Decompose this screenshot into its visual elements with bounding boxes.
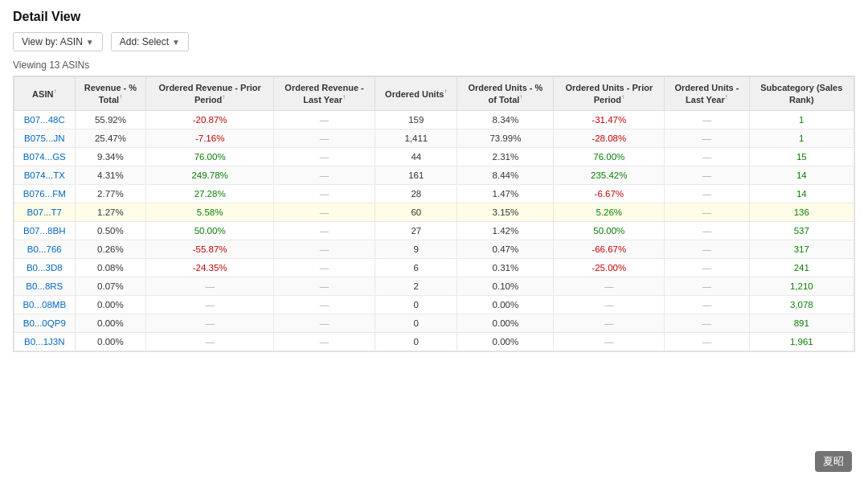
col-header-ordered-rev-prior[interactable]: Ordered Revenue - PriorPeriod↑ [146, 77, 274, 111]
cell-units-pct-total: 1.47% [457, 185, 554, 203]
col-header-asin[interactable]: ASIN↑ [14, 77, 76, 111]
cell-asin[interactable]: B074...GS [14, 148, 76, 166]
cell-revenue-pct: 9.34% [75, 148, 146, 166]
add-select-dropdown[interactable]: Add: Select ▼ [111, 32, 189, 51]
cell-asin[interactable]: B0...8RS [14, 277, 76, 296]
cell-units-lastyear: — [665, 148, 749, 166]
cell-asin[interactable]: B076...FM [14, 185, 76, 203]
toolbar: View by: ASIN ▼ Add: Select ▼ [13, 32, 855, 51]
cell-ordered-units: 28 [375, 185, 457, 203]
col-header-units-prior[interactable]: Ordered Units - PriorPeriod↑ [554, 77, 665, 111]
cell-units-prior: -66.67% [554, 240, 665, 259]
asin-link[interactable]: B0...0QP9 [23, 318, 66, 328]
cell-ordered-rev-prior: -24.35% [146, 259, 274, 277]
cell-ordered-units: 0 [375, 314, 457, 333]
asin-link[interactable]: B076...FM [23, 189, 66, 199]
cell-subcategory-rank: 1 [749, 129, 854, 148]
cell-ordered-rev-prior: — [146, 277, 274, 296]
cell-units-pct-total: 8.34% [457, 111, 554, 129]
cell-ordered-rev-prior: 76.00% [146, 148, 274, 166]
cell-units-lastyear: — [665, 185, 749, 203]
table-row: B0...766 0.26% -55.87% — 9 0.47% -66.67%… [14, 240, 854, 259]
cell-revenue-pct: 0.50% [75, 222, 146, 240]
col-header-units-pct-total[interactable]: Ordered Units - %of Total↑ [457, 77, 554, 111]
cell-ordered-units: 9 [375, 240, 457, 259]
cell-asin[interactable]: B07...48C [14, 111, 76, 129]
asin-link[interactable]: B0...8RS [26, 281, 63, 291]
cell-ordered-units: 159 [375, 111, 457, 129]
col-header-ordered-units[interactable]: Ordered Units↑ [375, 77, 457, 111]
view-by-label: View by: ASIN [22, 36, 83, 47]
cell-subcategory-rank: 1 [749, 111, 854, 129]
table-row: B07...48C 55.92% -20.87% — 159 8.34% -31… [14, 111, 854, 129]
cell-units-lastyear: — [665, 111, 749, 129]
cell-ordered-units: 0 [375, 296, 457, 314]
cell-ordered-rev-prior: 50.00% [146, 222, 274, 240]
table-row: B07...8BH 0.50% 50.00% — 27 1.42% 50.00%… [14, 222, 854, 240]
cell-revenue-pct: 0.00% [75, 296, 146, 314]
cell-asin[interactable]: B07...8BH [14, 222, 76, 240]
cell-asin[interactable]: B0...0QP9 [14, 314, 76, 333]
cell-asin[interactable]: B0...3D8 [14, 259, 76, 277]
cell-ordered-rev-prior: — [146, 333, 274, 351]
cell-ordered-rev-lastyear: — [273, 111, 375, 129]
cell-asin[interactable]: B075...JN [14, 129, 76, 148]
asin-link[interactable]: B0...3D8 [27, 263, 63, 273]
cell-units-prior: 235.42% [554, 166, 665, 185]
cell-revenue-pct: 0.00% [75, 333, 146, 351]
cell-units-pct-total: 0.47% [457, 240, 554, 259]
cell-subcategory-rank: 15 [749, 148, 854, 166]
cell-ordered-rev-lastyear: — [273, 129, 375, 148]
cell-asin[interactable]: B07...T7 [14, 203, 76, 222]
asin-link[interactable]: B074...GS [23, 152, 66, 162]
add-label: Add: Select [120, 36, 169, 47]
page-title: Detail View [13, 10, 855, 24]
cell-ordered-rev-prior: -7.16% [146, 129, 274, 148]
cell-ordered-rev-lastyear: — [273, 259, 375, 277]
cell-units-pct-total: 0.31% [457, 259, 554, 277]
view-by-dropdown[interactable]: View by: ASIN ▼ [13, 32, 103, 51]
asin-link[interactable]: B075...JN [24, 133, 65, 143]
table-row: B076...FM 2.77% 27.28% — 28 1.47% -6.67%… [14, 185, 854, 203]
cell-subcategory-rank: 1,210 [749, 277, 854, 296]
cell-ordered-rev-lastyear: — [273, 277, 375, 296]
cell-ordered-rev-prior: 5.58% [146, 203, 274, 222]
cell-ordered-rev-lastyear: — [273, 240, 375, 259]
cell-units-prior: — [554, 333, 665, 351]
table-row: B07...T7 1.27% 5.58% — 60 3.15% 5.26% — … [14, 203, 854, 222]
cell-units-lastyear: — [665, 203, 749, 222]
cell-revenue-pct: 4.31% [75, 166, 146, 185]
cell-revenue-pct: 55.92% [75, 111, 146, 129]
cell-ordered-rev-lastyear: — [273, 185, 375, 203]
asin-link[interactable]: B0...1J3N [24, 337, 65, 347]
cell-subcategory-rank: 891 [749, 314, 854, 333]
cell-units-pct-total: 8.44% [457, 166, 554, 185]
cell-units-prior: — [554, 277, 665, 296]
col-header-subcategory[interactable]: Subcategory (SalesRank) [749, 77, 854, 111]
cell-units-prior: 50.00% [554, 222, 665, 240]
cell-revenue-pct: 0.00% [75, 314, 146, 333]
cell-ordered-units: 60 [375, 203, 457, 222]
asin-link[interactable]: B0...766 [27, 244, 62, 254]
col-header-revenue-pct[interactable]: Revenue - %Total↑ [75, 77, 146, 111]
cell-units-prior: -28.08% [554, 129, 665, 148]
viewing-count: Viewing 13 ASINs [13, 59, 855, 71]
cell-units-pct-total: 0.00% [457, 314, 554, 333]
cell-ordered-rev-prior: -55.87% [146, 240, 274, 259]
cell-ordered-units: 6 [375, 259, 457, 277]
asin-link[interactable]: B07...8BH [23, 226, 65, 236]
asin-link[interactable]: B07...T7 [27, 207, 62, 217]
col-header-units-lastyear[interactable]: Ordered Units -Last Year↑ [665, 77, 749, 111]
cell-asin[interactable]: B0...08MB [14, 296, 76, 314]
table-row: B074...TX 4.31% 249.78% — 161 8.44% 235.… [14, 166, 854, 185]
cell-asin[interactable]: B0...1J3N [14, 333, 76, 351]
col-header-ordered-rev-lastyear[interactable]: Ordered Revenue -Last Year↑ [273, 77, 375, 111]
cell-asin[interactable]: B0...766 [14, 240, 76, 259]
cell-ordered-rev-lastyear: — [273, 222, 375, 240]
asin-link[interactable]: B0...08MB [23, 300, 66, 310]
cell-asin[interactable]: B074...TX [14, 166, 76, 185]
cell-ordered-units: 2 [375, 277, 457, 296]
asin-link[interactable]: B07...48C [24, 115, 65, 125]
asin-link[interactable]: B074...TX [24, 170, 65, 180]
cell-units-lastyear: — [665, 333, 749, 351]
